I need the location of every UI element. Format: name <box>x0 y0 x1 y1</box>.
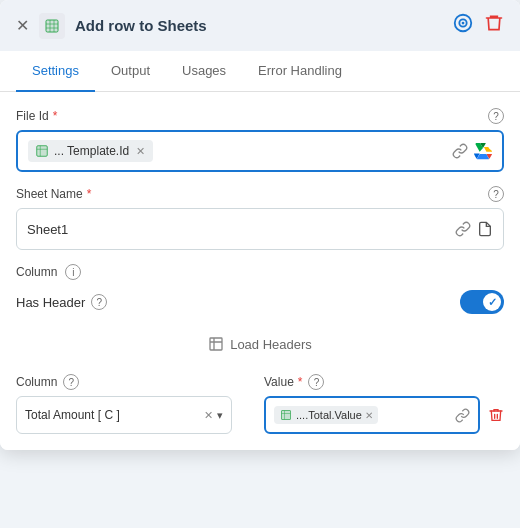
value-link-icon[interactable] <box>455 408 470 423</box>
drive-icon[interactable] <box>474 142 492 160</box>
tab-usages[interactable]: Usages <box>166 51 242 92</box>
value-col-help-icon[interactable]: ? <box>308 374 324 390</box>
delete-header-icon[interactable] <box>484 13 504 38</box>
value-tag: ....Total.Value ✕ <box>274 406 378 424</box>
column-section-label: Column i <box>16 264 504 280</box>
sheet-name-help-icon[interactable]: ? <box>488 186 504 202</box>
has-header-row: Has Header ? ✓ <box>16 290 504 314</box>
target-icon[interactable] <box>452 12 474 39</box>
column-dropdown-clear[interactable]: ✕ <box>204 409 213 422</box>
column-dropdown[interactable]: Total Amount [ C ] ✕ ▾ <box>16 396 232 434</box>
svg-rect-16 <box>282 411 291 420</box>
has-header-label: Has Header ? <box>16 294 107 310</box>
close-icon[interactable]: ✕ <box>16 16 29 35</box>
file-id-group: File Id* ? ... Template.Id ✕ <box>16 108 504 172</box>
tab-output[interactable]: Output <box>95 51 166 92</box>
svg-rect-13 <box>210 338 222 350</box>
sheet-name-group: Sheet Name* ? Sheet1 <box>16 186 504 250</box>
sheets-icon <box>39 13 65 39</box>
column-info-icon[interactable]: i <box>65 264 81 280</box>
sheet-name-label: Sheet Name* ? <box>16 186 504 202</box>
svg-rect-9 <box>37 146 48 157</box>
file-icon[interactable] <box>477 221 493 237</box>
column-col-label: Column ? <box>16 374 232 390</box>
has-header-help-icon[interactable]: ? <box>91 294 107 310</box>
modal-content: File Id* ? ... Template.Id ✕ <box>0 92 520 450</box>
delete-row-button[interactable] <box>488 406 504 424</box>
has-header-toggle[interactable]: ✓ <box>460 290 504 314</box>
value-col-label: Value* ? <box>264 374 480 390</box>
value-tag-text: ....Total.Value <box>296 409 362 421</box>
header-actions <box>452 12 504 39</box>
tag-sheets-icon <box>34 143 50 159</box>
column-dropdown-chevron[interactable]: ▾ <box>217 409 223 422</box>
file-id-help-icon[interactable]: ? <box>488 108 504 124</box>
tab-settings[interactable]: Settings <box>16 51 95 92</box>
sheet-name-value: Sheet1 <box>27 222 449 237</box>
required-star-2: * <box>87 187 92 201</box>
file-id-input[interactable]: ... Template.Id ✕ <box>16 130 504 172</box>
svg-point-8 <box>462 22 465 25</box>
val-tag-icon <box>279 408 293 422</box>
col-val-header: Column ? Value* ? <box>16 374 504 390</box>
toggle-check-icon: ✓ <box>488 296 497 309</box>
column-col-help-icon[interactable]: ? <box>63 374 79 390</box>
required-star: * <box>53 109 58 123</box>
load-headers-button[interactable]: Load Headers <box>16 328 504 360</box>
link-icon[interactable] <box>452 143 468 159</box>
col-val-row: Total Amount [ C ] ✕ ▾ ....Total.Val <box>16 396 504 434</box>
tabs-bar: Settings Output Usages Error Handling <box>0 51 520 92</box>
sheet-link-icon[interactable] <box>455 221 471 237</box>
sheet-name-input[interactable]: Sheet1 <box>16 208 504 250</box>
file-id-tag-text: ... Template.Id <box>54 144 129 158</box>
tab-error-handling[interactable]: Error Handling <box>242 51 358 92</box>
file-id-tag: ... Template.Id ✕ <box>28 140 153 162</box>
load-headers-label: Load Headers <box>230 337 312 352</box>
file-id-label: File Id* ? <box>16 108 504 124</box>
modal-container: ✕ Add row to Sheets <box>0 0 520 450</box>
file-id-tag-close[interactable]: ✕ <box>133 144 147 158</box>
column-dropdown-value: Total Amount [ C ] <box>25 408 200 422</box>
modal-title: Add row to Sheets <box>75 17 442 34</box>
toggle-thumb: ✓ <box>483 293 501 311</box>
value-input[interactable]: ....Total.Value ✕ <box>264 396 480 434</box>
modal-header: ✕ Add row to Sheets <box>0 0 520 51</box>
svg-rect-0 <box>46 20 58 32</box>
value-tag-close[interactable]: ✕ <box>365 410 373 421</box>
